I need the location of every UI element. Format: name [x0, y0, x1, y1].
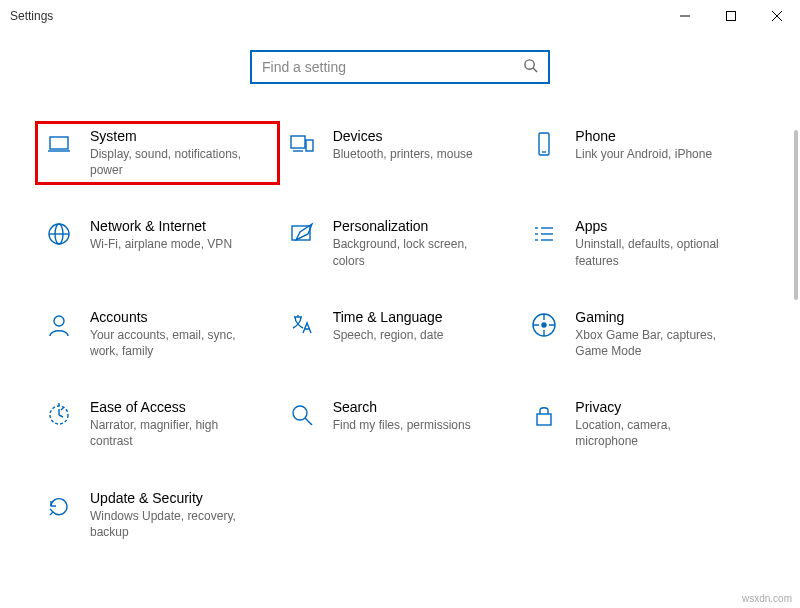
category-text: Time & LanguageSpeech, region, date [333, 309, 444, 359]
category-phone[interactable]: PhoneLink your Android, iPhone [521, 122, 764, 184]
category-title: Personalization [333, 218, 493, 234]
window-title: Settings [10, 9, 53, 23]
category-desc: Your accounts, email, sync, work, family [90, 327, 250, 359]
category-desc: Bluetooth, printers, mouse [333, 146, 473, 162]
devices-icon [287, 128, 317, 166]
svg-line-5 [533, 68, 537, 72]
svg-point-23 [54, 316, 64, 326]
category-desc: Link your Android, iPhone [575, 146, 712, 162]
category-desc: Find my files, permissions [333, 417, 471, 433]
category-text: Ease of AccessNarrator, magnifier, high … [90, 399, 250, 449]
category-desc: Speech, region, date [333, 327, 444, 343]
category-title: Ease of Access [90, 399, 250, 415]
globe-icon [44, 218, 74, 256]
category-desc: Windows Update, recovery, backup [90, 508, 250, 540]
maximize-button[interactable] [708, 0, 754, 32]
svg-rect-9 [306, 140, 313, 151]
category-text: Network & InternetWi-Fi, airplane mode, … [90, 218, 232, 268]
category-network[interactable]: Network & InternetWi-Fi, airplane mode, … [36, 212, 279, 274]
svg-rect-6 [50, 137, 68, 149]
category-gaming[interactable]: GamingXbox Game Bar, captures, Game Mode [521, 303, 764, 365]
search-icon [523, 58, 538, 77]
category-desc: Narrator, magnifier, high contrast [90, 417, 250, 449]
svg-line-28 [305, 418, 312, 425]
category-devices[interactable]: DevicesBluetooth, printers, mouse [279, 122, 522, 184]
category-text: AppsUninstall, defaults, optional featur… [575, 218, 735, 268]
category-text: AccountsYour accounts, email, sync, work… [90, 309, 250, 359]
category-system[interactable]: SystemDisplay, sound, notifications, pow… [36, 122, 279, 184]
lock-icon [529, 399, 559, 437]
category-text: SystemDisplay, sound, notifications, pow… [90, 128, 250, 178]
laptop-icon [44, 128, 74, 166]
category-text: PrivacyLocation, camera, microphone [575, 399, 735, 449]
update-icon [44, 490, 74, 528]
scrollbar[interactable] [794, 130, 798, 300]
category-title: Time & Language [333, 309, 444, 325]
category-desc: Uninstall, defaults, optional features [575, 236, 735, 268]
category-title: Phone [575, 128, 712, 144]
titlebar: Settings [0, 0, 800, 32]
category-apps[interactable]: AppsUninstall, defaults, optional featur… [521, 212, 764, 274]
svg-point-25 [542, 323, 546, 327]
category-desc: Wi-Fi, airplane mode, VPN [90, 236, 232, 252]
category-text: DevicesBluetooth, printers, mouse [333, 128, 473, 178]
category-time[interactable]: Time & LanguageSpeech, region, date [279, 303, 522, 365]
phone-icon [529, 128, 559, 166]
language-icon [287, 309, 317, 347]
category-search[interactable]: SearchFind my files, permissions [279, 393, 522, 455]
category-text: Update & SecurityWindows Update, recover… [90, 490, 250, 540]
gaming-icon [529, 309, 559, 347]
svg-point-4 [525, 59, 534, 68]
person-icon [44, 309, 74, 347]
category-title: Apps [575, 218, 735, 234]
close-button[interactable] [754, 0, 800, 32]
svg-point-27 [293, 406, 307, 420]
category-update[interactable]: Update & SecurityWindows Update, recover… [36, 484, 279, 546]
ease-icon [44, 399, 74, 437]
category-personalization[interactable]: PersonalizationBackground, lock screen, … [279, 212, 522, 274]
category-title: Gaming [575, 309, 735, 325]
category-title: Search [333, 399, 471, 415]
category-title: Devices [333, 128, 473, 144]
svg-rect-29 [537, 414, 551, 425]
category-desc: Background, lock screen, colors [333, 236, 493, 268]
category-title: Network & Internet [90, 218, 232, 234]
search-icon [287, 399, 317, 437]
category-ease[interactable]: Ease of AccessNarrator, magnifier, high … [36, 393, 279, 455]
search-box[interactable] [250, 50, 550, 84]
category-text: PersonalizationBackground, lock screen, … [333, 218, 493, 268]
watermark: wsxdn.com [742, 593, 792, 604]
apps-icon [529, 218, 559, 256]
category-text: PhoneLink your Android, iPhone [575, 128, 712, 178]
category-desc: Location, camera, microphone [575, 417, 735, 449]
brush-icon [287, 218, 317, 256]
category-title: Privacy [575, 399, 735, 415]
minimize-button[interactable] [662, 0, 708, 32]
category-text: GamingXbox Game Bar, captures, Game Mode [575, 309, 735, 359]
category-privacy[interactable]: PrivacyLocation, camera, microphone [521, 393, 764, 455]
search-input[interactable] [262, 59, 502, 75]
window-controls [662, 0, 800, 32]
svg-rect-8 [291, 136, 305, 148]
category-title: System [90, 128, 250, 144]
category-text: SearchFind my files, permissions [333, 399, 471, 449]
category-desc: Xbox Game Bar, captures, Game Mode [575, 327, 735, 359]
category-title: Update & Security [90, 490, 250, 506]
category-title: Accounts [90, 309, 250, 325]
category-accounts[interactable]: AccountsYour accounts, email, sync, work… [36, 303, 279, 365]
category-desc: Display, sound, notifications, power [90, 146, 250, 178]
svg-rect-1 [727, 12, 736, 21]
